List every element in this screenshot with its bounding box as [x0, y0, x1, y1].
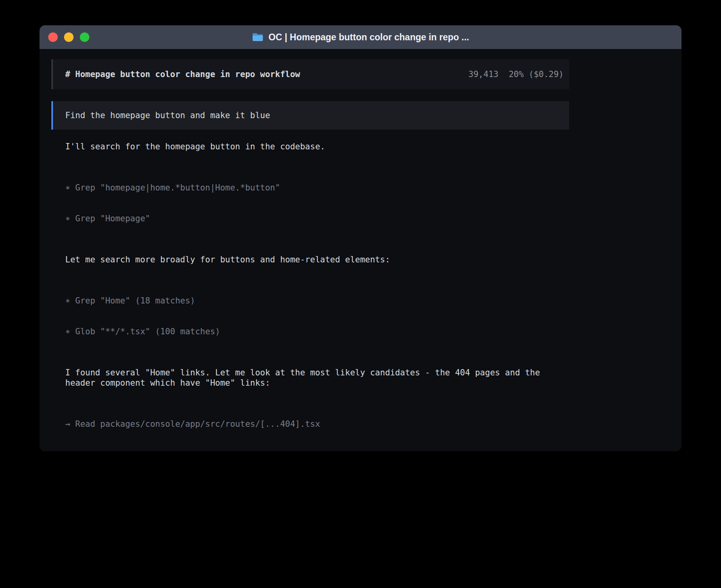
window-titlebar[interactable]: OC | Homepage button color change in rep…: [40, 25, 681, 49]
session-stats: 39,413 20% ($0.29): [468, 69, 564, 79]
tool-call-group: ∗ Grep "homepage|home.*button|Home.*butt…: [65, 162, 557, 244]
tool-call-read: → Read packages/console/app/src/routes/[…: [65, 419, 557, 429]
tool-call-glob: ∗ Glob "**/*.tsx" (100 matches): [65, 326, 557, 337]
window-title-text: OC | Homepage button color change in rep…: [268, 32, 469, 43]
folder-icon: [252, 32, 264, 42]
assistant-text: Let me search more broadly for buttons a…: [65, 254, 557, 265]
tool-call-group: ∗ Grep "Home" (18 matches) ∗ Glob "**/*.…: [65, 275, 557, 357]
assistant-text: I found several "Home" links. Let me loo…: [65, 368, 557, 388]
tool-call-grep: ∗ Grep "homepage|home.*button|Home.*butt…: [65, 183, 557, 193]
token-count: 39,413: [468, 69, 498, 79]
session-header: # Homepage button color change in repo w…: [51, 59, 569, 89]
tool-call-grep: ∗ Grep "Homepage": [65, 213, 557, 224]
terminal-content: # Homepage button color change in repo w…: [51, 59, 569, 451]
tool-call-group: → Read packages/console/app/src/routes/[…: [65, 398, 557, 451]
traffic-lights: [48, 32, 89, 42]
minimize-button[interactable]: [64, 32, 74, 42]
user-message: Find the homepage button and make it blu…: [51, 101, 569, 130]
tool-call-read: → Read packages/console/app/src/componen…: [65, 450, 557, 451]
window-title: OC | Homepage button color change in rep…: [40, 32, 681, 43]
zoom-button[interactable]: [80, 32, 89, 42]
context-usage-cost: 20% ($0.29): [509, 69, 564, 79]
tool-call-grep: ∗ Grep "Home" (18 matches): [65, 296, 557, 306]
user-message-text: Find the homepage button and make it blu…: [65, 110, 270, 121]
close-button[interactable]: [48, 32, 58, 42]
session-title: # Homepage button color change in repo w…: [65, 69, 300, 79]
assistant-text: I'll search for the homepage button in t…: [65, 141, 557, 152]
terminal-window: OC | Homepage button color change in rep…: [40, 25, 681, 451]
